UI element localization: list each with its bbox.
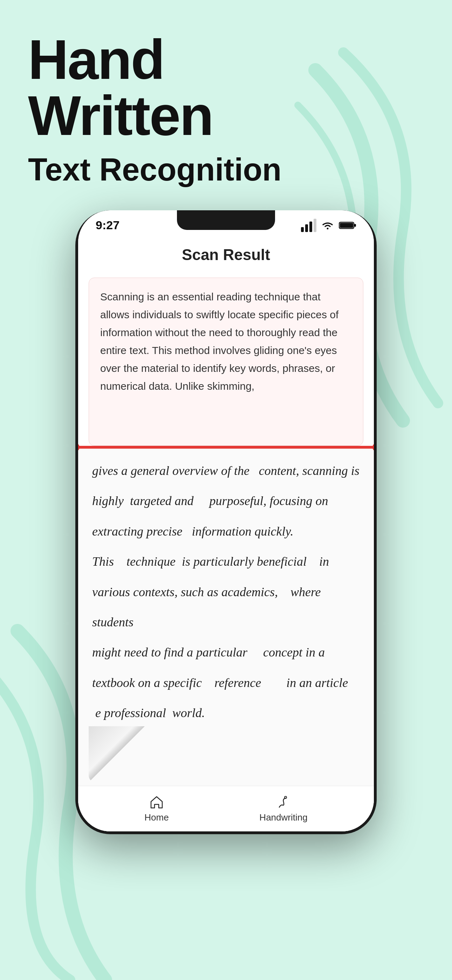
handwriting-icon xyxy=(276,795,291,810)
status-icons xyxy=(301,219,357,232)
handwritten-area: gives a general overview of the content,… xyxy=(78,449,374,831)
phone-screen: 9:27 xyxy=(78,210,374,831)
battery-icon xyxy=(339,221,357,230)
handwritten-line-5: various contexts, such as academics, whe… xyxy=(92,577,360,638)
screen-title: Scan Result xyxy=(78,235,374,270)
typed-text: Scanning is an essential reading techniq… xyxy=(100,291,339,392)
svg-rect-2 xyxy=(340,223,353,228)
page-content: Hand Written Text Recognition xyxy=(0,0,452,216)
status-time: 9:27 xyxy=(95,218,119,232)
phone-wrapper: 9:27 xyxy=(0,210,452,834)
home-label: Home xyxy=(144,812,169,823)
handwritten-line-3: extracting precise information quickly. xyxy=(92,516,360,546)
phone-notch xyxy=(177,210,275,230)
wifi-icon xyxy=(321,220,334,231)
handwritten-line-2: highly targeted and purposeful, focusing… xyxy=(92,486,360,516)
handwritten-line-8: e professional world. xyxy=(92,698,360,728)
nav-handwriting[interactable]: Handwriting xyxy=(259,795,307,823)
handwriting-label: Handwriting xyxy=(259,812,307,823)
scan-line-wrapper xyxy=(78,446,374,449)
svg-point-3 xyxy=(285,796,286,799)
screen-content: Scan Result Scanning is an essential rea… xyxy=(78,235,374,831)
phone-mockup: 9:27 xyxy=(75,210,377,834)
svg-rect-1 xyxy=(354,224,356,227)
handwritten-line-1: gives a general overview of the content,… xyxy=(92,456,360,486)
typed-text-area: Scanning is an essential reading techniq… xyxy=(89,278,363,446)
handwritten-line-7: textbook on a specific reference in an a… xyxy=(92,668,360,698)
headline-line2: Written xyxy=(28,88,213,144)
scan-line xyxy=(78,446,374,449)
main-headline: Hand Written xyxy=(28,32,213,144)
bottom-nav: Home Handwriting xyxy=(78,786,374,831)
handwritten-line-6: might need to find a particular concept … xyxy=(92,637,360,667)
handwritten-line-4: This technique is particularly beneficia… xyxy=(92,546,360,577)
subtitle: Text Recognition xyxy=(28,151,282,189)
headline-line1: Hand xyxy=(28,32,213,88)
nav-home[interactable]: Home xyxy=(144,795,169,823)
home-icon xyxy=(149,795,164,810)
signal-icon xyxy=(301,219,317,232)
